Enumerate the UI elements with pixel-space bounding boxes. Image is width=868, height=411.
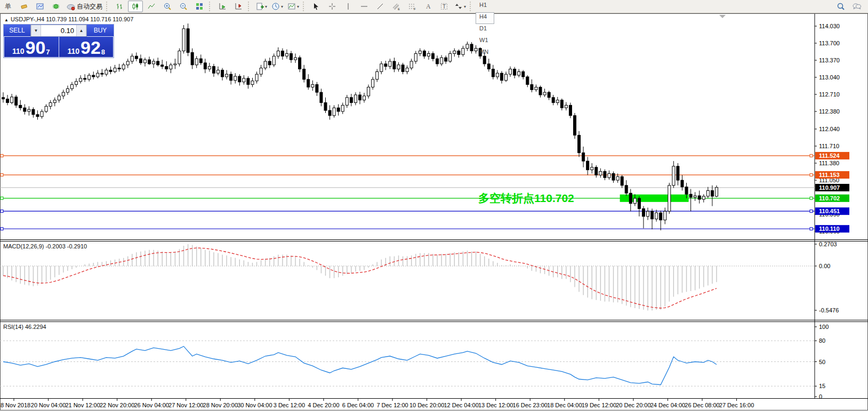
svg-text:110.907: 110.907 <box>819 184 840 191</box>
time-label: 24 Dec 04:00 <box>650 402 685 408</box>
chart-shift-icon[interactable] <box>231 1 246 12</box>
line-handle <box>810 197 813 199</box>
time-label: 13 Dec 12:00 <box>478 402 513 408</box>
line-handle <box>810 155 813 157</box>
time-label: 28 Nov 20:00 <box>203 402 238 408</box>
bid-big: 90 <box>26 39 46 55</box>
search-icon[interactable] <box>833 1 848 12</box>
time-label: 16 Dec 23:00 <box>513 402 548 408</box>
zoom-in-icon[interactable] <box>160 1 175 12</box>
toolbar-separator <box>106 2 110 11</box>
new-template-icon[interactable]: ▾ <box>254 1 269 12</box>
line-handle <box>810 228 813 230</box>
svg-text:113.370: 113.370 <box>819 57 840 63</box>
chat-icon[interactable] <box>849 1 864 12</box>
volume-up-button[interactable]: ▲ <box>76 25 86 36</box>
line-handle <box>810 174 813 176</box>
crosshair-icon[interactable] <box>325 1 340 12</box>
time-label: 20 Nov 04:00 <box>31 402 66 408</box>
text-tool-icon[interactable]: A <box>421 1 436 12</box>
svg-text:110.702: 110.702 <box>819 195 840 202</box>
line-chart-icon[interactable] <box>144 1 159 12</box>
toolbar-separator <box>470 2 473 11</box>
ask-price[interactable]: 110 92 8 <box>59 37 114 57</box>
time-label: 27 Dec 16:00 <box>719 402 754 408</box>
time-label: 7 Dec 12:00 <box>376 402 408 408</box>
volume-input[interactable] <box>41 25 76 36</box>
sell-button[interactable]: SELL <box>4 25 30 37</box>
svg-text:114.030: 114.030 <box>819 23 840 29</box>
line-handle <box>1 197 3 199</box>
trendline-tool-icon[interactable] <box>373 1 388 12</box>
dropdown-caret: ▾ <box>297 4 299 9</box>
autotrade-button[interactable]: 自动交易 <box>65 1 104 12</box>
horizontal-line-tool-icon[interactable] <box>357 1 372 12</box>
timeframe-w1[interactable]: W1 <box>476 36 494 47</box>
annotation-text[interactable]: 多空转折点110.702 <box>478 192 574 205</box>
signal-icon[interactable] <box>49 1 63 12</box>
time-label: 3 Dec 12:00 <box>274 402 305 408</box>
time-label: 18 Nov 2018 <box>0 402 30 408</box>
timeframe-h1[interactable]: H1 <box>476 1 494 12</box>
timeframe-h4[interactable]: H4 <box>476 12 494 24</box>
fibonacci-tool-icon[interactable]: F <box>405 1 420 12</box>
expand-triangle-icon[interactable]: ▲ <box>4 18 9 22</box>
vertical-line-tool-icon[interactable] <box>341 1 356 12</box>
time-label: 30 Nov 04:00 <box>237 402 272 408</box>
time-label: 20 Dec 20:00 <box>616 402 650 408</box>
svg-text:112.710: 112.710 <box>819 91 840 98</box>
time-label: 6 Dec 04:00 <box>342 402 374 408</box>
zoom-out-icon[interactable] <box>176 1 191 12</box>
svg-text:0.00: 0.00 <box>819 263 830 269</box>
rsi-indicator-label: RSI(14) 46.2294 <box>3 324 46 330</box>
bar-chart-icon[interactable] <box>112 1 127 12</box>
chart-canvas[interactable]: 114.030113.700113.370113.040112.710112.3… <box>0 0 868 411</box>
svg-text:E: E <box>398 7 400 11</box>
svg-text:111.524: 111.524 <box>819 152 840 159</box>
line-handle <box>1 174 3 176</box>
time-label: 10 Dec 20:00 <box>409 402 444 408</box>
svg-text:0.2703: 0.2703 <box>819 241 837 247</box>
candlestick-chart-icon[interactable] <box>128 1 143 12</box>
chart-title: ▲USDJPY-,H4 110.739 111.094 110.716 110.… <box>4 16 133 22</box>
periods-clock-icon[interactable]: ▾ <box>270 1 285 12</box>
bid-sup: 7 <box>46 49 50 55</box>
gold-icon[interactable] <box>17 1 31 12</box>
text-label-tool-icon[interactable]: T <box>437 1 452 12</box>
timeframe-d1[interactable]: D1 <box>476 24 494 36</box>
line-handle <box>1 155 3 157</box>
svg-text:80: 80 <box>819 337 825 344</box>
svg-text:A: A <box>426 3 431 10</box>
svg-text:112.040: 112.040 <box>819 126 840 132</box>
channel-tool-icon[interactable]: E <box>389 1 404 12</box>
svg-text:0: 0 <box>819 393 822 400</box>
new-order-button[interactable]: 单 <box>1 1 15 12</box>
volume-down-button[interactable]: ▼ <box>31 25 41 36</box>
autotrade-label: 自动交易 <box>77 2 102 11</box>
buy-button[interactable]: BUY <box>87 25 114 37</box>
bid-prefix: 110 <box>12 47 25 55</box>
macd-indicator-label: MACD(12,26,9) -0.2003 -0.2910 <box>3 243 87 249</box>
toolbar-separator <box>303 2 307 11</box>
svg-text:112.380: 112.380 <box>819 108 840 115</box>
timeframe-mn[interactable]: MN <box>476 47 494 59</box>
svg-text:111.380: 111.380 <box>819 160 839 166</box>
time-label: 18 Dec 04:00 <box>547 402 582 408</box>
indicators-icon[interactable]: ▾ <box>286 1 301 12</box>
time-label: 19 Dec 12:00 <box>582 402 616 408</box>
mt4-window: 单 自动交易 ▾ ▾ ▾ E F A T ▾ M1M5M15M30H1H <box>0 0 868 411</box>
market-watch-icon[interactable] <box>33 1 47 12</box>
svg-text:110.451: 110.451 <box>819 208 840 214</box>
line-handle <box>1 210 3 213</box>
tile-windows-icon[interactable] <box>192 1 207 12</box>
svg-text:F: F <box>414 7 416 11</box>
ask-sup: 8 <box>101 49 105 55</box>
cursor-icon[interactable] <box>309 1 324 12</box>
arrows-tool-icon[interactable]: ▾ <box>453 1 468 12</box>
toolbar-separator <box>248 2 252 11</box>
toolbar: 单 自动交易 ▾ ▾ ▾ E F A T ▾ M1M5M15M30H1H <box>0 0 868 13</box>
chart-frame <box>1 14 868 410</box>
line-handle <box>1 228 3 230</box>
auto-scroll-icon[interactable] <box>215 1 230 12</box>
bid-price[interactable]: 110 90 7 <box>4 37 59 57</box>
